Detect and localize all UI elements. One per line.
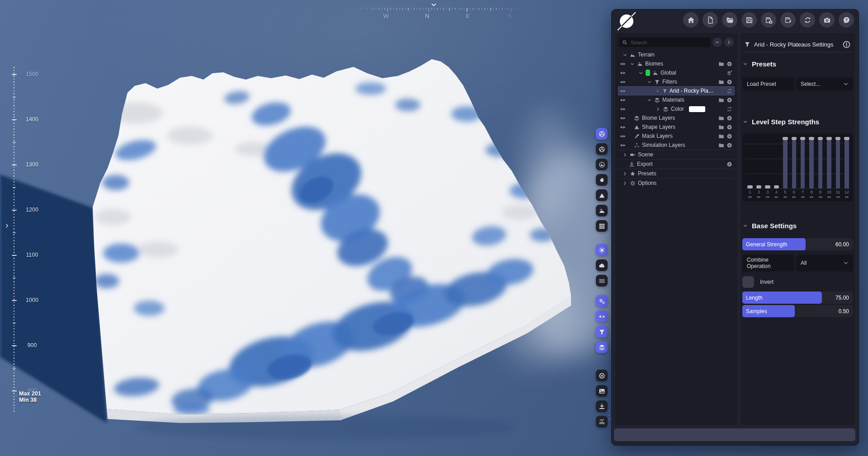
snapshot-button[interactable]	[596, 385, 608, 397]
plus-button[interactable]	[726, 61, 732, 67]
level-step-handle-8[interactable]	[809, 137, 814, 140]
level-step-bar-9[interactable]	[818, 140, 823, 188]
view-mode-button[interactable]	[596, 128, 608, 140]
level-step-eye-icon[interactable]	[774, 195, 778, 199]
level-step-eye-icon[interactable]	[809, 195, 814, 199]
tree-row-scene[interactable]: Scene	[618, 150, 735, 159]
panel-resize-handle[interactable]	[609, 410, 610, 423]
search-collapse-button[interactable]	[712, 38, 722, 47]
clouds-button[interactable]	[596, 259, 608, 271]
layers-plus-button[interactable]	[726, 70, 732, 76]
home-button[interactable]	[683, 12, 698, 28]
download-button[interactable]	[596, 400, 608, 412]
tree-row-biome-layers[interactable]: Biome Layers	[618, 113, 735, 122]
folder-button[interactable]	[718, 142, 724, 148]
status-bar[interactable]	[614, 428, 855, 441]
plus-button[interactable]	[726, 161, 732, 167]
level-step-eye-icon[interactable]	[748, 195, 752, 199]
level-steps-section-header[interactable]: Level Step Strengths	[743, 118, 819, 126]
folder-button[interactable]	[718, 115, 724, 121]
level-step-handle-1[interactable]	[747, 185, 753, 188]
save-as-button[interactable]	[761, 12, 776, 28]
presets-section-header[interactable]: Presets	[743, 60, 776, 68]
folder-button[interactable]	[718, 61, 724, 67]
level-step-eye-icon[interactable]	[756, 195, 761, 199]
base-settings-section-header[interactable]: Base Settings	[743, 222, 797, 230]
color-swatch[interactable]	[689, 106, 705, 112]
view-mode-alt-button[interactable]	[596, 143, 608, 155]
save-button[interactable]	[741, 12, 757, 28]
plus-button[interactable]	[726, 97, 732, 103]
level-step-eye-icon[interactable]	[792, 195, 796, 199]
tree-row-filters[interactable]: Filters	[618, 77, 735, 86]
statistics-button[interactable]	[596, 416, 608, 428]
level-step-bar-12[interactable]	[844, 140, 849, 188]
tree-row-terrain[interactable]: Terrain	[618, 50, 735, 59]
visibility-eye-icon[interactable]	[620, 88, 626, 94]
save-edit-button[interactable]	[780, 12, 796, 28]
refresh-button[interactable]	[726, 88, 732, 94]
visibility-eye-icon[interactable]	[620, 79, 626, 85]
level-step-handle-3[interactable]	[765, 185, 770, 188]
level-step-handle-11[interactable]	[835, 137, 841, 140]
biome-tool-button[interactable]	[596, 205, 608, 216]
level-step-bar-10[interactable]	[827, 140, 831, 188]
search-next-button[interactable]	[724, 38, 734, 47]
tree-row-simulation-layers[interactable]: Simulation Layers	[618, 141, 735, 150]
level-step-eye-icon[interactable]	[801, 195, 805, 199]
compass-bar[interactable]: WNES	[353, 1, 524, 22]
refresh-button[interactable]	[726, 106, 732, 112]
folder-button[interactable]	[718, 133, 724, 139]
tree-row-color[interactable]: Color	[618, 104, 735, 113]
tree-row-biomes[interactable]: Biomes	[618, 59, 735, 68]
visibility-eye-icon[interactable]	[620, 61, 626, 67]
plus-button[interactable]	[726, 115, 732, 121]
plus-button[interactable]	[726, 79, 732, 85]
visibility-eye-icon[interactable]	[620, 124, 626, 130]
visibility-eye-icon[interactable]	[620, 115, 626, 121]
folder-button[interactable]	[718, 79, 724, 85]
level-step-eye-icon[interactable]	[765, 195, 770, 199]
tree-row-materials[interactable]: Materials	[618, 95, 735, 104]
level-step-handle-2[interactable]	[756, 185, 762, 188]
water-button[interactable]	[596, 275, 608, 287]
help-button[interactable]: ?	[839, 12, 854, 28]
level-step-handle-10[interactable]	[826, 137, 832, 140]
search-box[interactable]	[619, 38, 710, 47]
tree-row-shape-layers[interactable]: Shape Layers	[618, 122, 735, 132]
info-button[interactable]	[842, 40, 851, 49]
auto-process-button[interactable]	[596, 295, 608, 307]
planet-view-button[interactable]	[596, 159, 608, 170]
search-input[interactable]	[630, 39, 707, 46]
visibility-eye-icon[interactable]	[620, 106, 626, 112]
tree-row-arid-rocky-plateaus[interactable]: Arid - Rocky Plateaus	[618, 86, 735, 95]
level-step-eye-icon[interactable]	[836, 195, 840, 199]
open-project-button[interactable]	[722, 12, 737, 28]
tree-row-options[interactable]: Options	[618, 178, 735, 188]
visibility-button[interactable]	[596, 310, 608, 322]
tree-row-mask-layers[interactable]: Mask Layers	[618, 132, 735, 141]
folder-button[interactable]	[718, 124, 724, 130]
visibility-eye-icon[interactable]	[620, 97, 626, 103]
lighting-button[interactable]	[596, 244, 608, 256]
filters-toggle-button[interactable]	[596, 326, 608, 338]
level-step-eye-icon[interactable]	[818, 195, 823, 199]
erosion-button[interactable]	[596, 174, 608, 186]
level-step-eye-icon[interactable]	[844, 195, 849, 199]
plus-button[interactable]	[726, 124, 732, 130]
new-file-button[interactable]	[703, 12, 718, 28]
plus-button[interactable]	[726, 133, 732, 139]
plus-button[interactable]	[726, 142, 732, 148]
visibility-eye-icon[interactable]	[620, 142, 626, 148]
tree-row-global[interactable]: Global	[618, 68, 735, 77]
folder-button[interactable]	[718, 97, 724, 103]
grid-overlay-button[interactable]	[596, 220, 608, 232]
level-step-handle-5[interactable]	[783, 137, 788, 140]
mountain-tool-button[interactable]	[596, 189, 608, 201]
level-step-handle-6[interactable]	[792, 137, 797, 140]
color-swatch[interactable]	[646, 70, 650, 76]
invert-checkbox[interactable]	[742, 276, 754, 288]
visibility-eye-icon[interactable]	[620, 133, 626, 139]
level-step-handle-4[interactable]	[774, 185, 779, 188]
load-preset-dropdown[interactable]: Select...	[796, 77, 853, 90]
